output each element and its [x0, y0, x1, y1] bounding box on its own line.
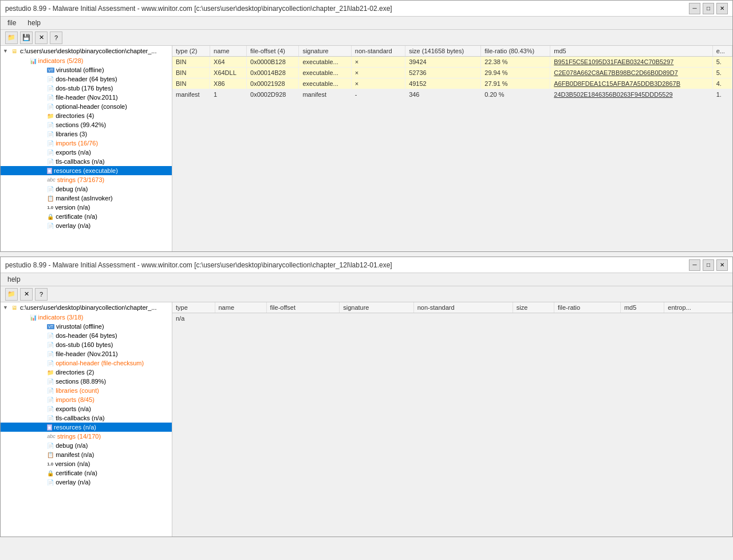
- close-button-top[interactable]: ✕: [716, 3, 728, 14]
- page-icon: 📄: [47, 131, 54, 137]
- page-icon: 📄: [47, 149, 54, 156]
- tree-item-virustotal[interactable]: VT virustotal (offline): [1, 322, 172, 331]
- tree-indent: [3, 121, 38, 128]
- toolbar-stop-icon-b[interactable]: ✕: [20, 288, 33, 301]
- tree-label-sections: sections (99.42%): [56, 121, 106, 128]
- tree-item-virustotal[interactable]: VT virustotal (offline): [1, 65, 172, 74]
- tree-label-dos-header: dos-header (64 bytes): [56, 76, 117, 82]
- tree-item-dos-header[interactable]: 📄 dos-header (64 bytes): [1, 331, 172, 340]
- tree-label-imports: imports (8/45): [56, 396, 94, 403]
- main-area-top: ▼ 🖥 c:\users\user\desktop\binarycollecti…: [1, 46, 732, 251]
- tree-item-manifest[interactable]: 📋 manifest (asInvoker): [1, 194, 172, 203]
- page-icon: 📄: [47, 443, 54, 449]
- minimize-button-bottom[interactable]: ─: [689, 259, 700, 271]
- tree-item-strings[interactable]: abc strings (73/1673): [1, 175, 172, 184]
- tree-item-certificate[interactable]: 🔒 certificate (n/a): [1, 212, 172, 221]
- tree-label-version: version (n/a): [55, 204, 90, 211]
- tree-item-version[interactable]: 1.0 version (n/a): [1, 459, 172, 468]
- table-header-top: type (2)namefile-offset (4)signaturenon-…: [172, 46, 732, 57]
- table-wrapper-bottom: typenamefile-offsetsignaturenon-standard…: [172, 302, 732, 537]
- table-cell: executable...: [299, 68, 351, 78]
- tree-item-dos-stub[interactable]: 📄 dos-stub (176 bytes): [1, 84, 172, 93]
- tree-item-dos-stub[interactable]: 📄 dos-stub (160 bytes): [1, 340, 172, 349]
- tree-item-overlay[interactable]: 📄 overlay (n/a): [1, 221, 172, 230]
- tree-item-debug[interactable]: 📄 debug (n/a): [1, 184, 172, 194]
- maximize-button-bottom[interactable]: □: [703, 259, 714, 271]
- tree-item-directories[interactable]: 📁 directories (2): [1, 368, 172, 377]
- minimize-button-top[interactable]: ─: [689, 3, 700, 14]
- tree-item-sections[interactable]: 📄 sections (99.42%): [1, 120, 172, 129]
- window-controls-top: ─ □ ✕: [689, 3, 728, 14]
- tree-indent: [3, 332, 38, 339]
- tree-item-debug[interactable]: 📄 debug (n/a): [1, 441, 172, 450]
- abc-icon: abc: [47, 433, 56, 439]
- tree-item-resources[interactable]: ■ resources (executable): [1, 166, 172, 175]
- col-header-signature: signature: [340, 302, 413, 313]
- toolbar-save-icon[interactable]: 💾: [20, 31, 33, 44]
- tree-indent: [3, 424, 38, 431]
- tree-item-imports[interactable]: 📄 imports (16/76): [1, 139, 172, 148]
- table-cell[interactable]: 24D3B502E1846356B0263F945DDD5529: [550, 89, 712, 100]
- tree-label-virustotal: virustotal (offline): [56, 66, 104, 73]
- tree-item-indicators[interactable]: 📊 indicators (5/28): [1, 56, 172, 65]
- tree-root-bottom[interactable]: ▼ 🖥 c:\users\user\desktop\binarycollecti…: [1, 302, 172, 313]
- table-cell: 49152: [405, 78, 481, 89]
- tree-indent: [3, 149, 38, 156]
- tree-label-libraries: libraries (count): [56, 387, 99, 394]
- table-cell: executable...: [299, 78, 351, 89]
- tree-indent: [3, 341, 38, 348]
- tree-item-exports[interactable]: 📄 exports (n/a): [1, 404, 172, 413]
- tree-item-optional-header[interactable]: 📄 optional-header (file-checksum): [1, 358, 172, 368]
- tree-label-indicators: indicators (5/28): [38, 57, 84, 64]
- page-icon: 📄: [47, 122, 54, 128]
- window-controls-bottom: ─ □ ✕: [689, 259, 728, 271]
- table-cell[interactable]: B951F5C5E1095D31FAEB0324C70B5297: [550, 57, 712, 68]
- window-top: pestudio 8.99 - Malware Initial Assessme…: [0, 0, 733, 252]
- tree-item-sections[interactable]: 📄 sections (88.89%): [1, 377, 172, 386]
- toolbar-help-icon[interactable]: ?: [50, 31, 62, 44]
- toolbar-folder-icon[interactable]: 📁: [5, 31, 18, 44]
- tree-item-libraries[interactable]: 📄 libraries (3): [1, 129, 172, 139]
- toolbar-top: 📁 💾 ✕ ?: [1, 30, 732, 46]
- col-header-size: size: [513, 302, 554, 313]
- tree-label-overlay: overlay (n/a): [56, 222, 90, 229]
- tree-label-certificate: certificate (n/a): [56, 470, 97, 476]
- close-button-bottom[interactable]: ✕: [716, 259, 728, 271]
- table-cell[interactable]: A6FB0D8FDEA1C15AFBA7A5DDB3D2867B: [550, 78, 712, 89]
- tree-root-top[interactable]: ▼ 🖥 c:\users\user\desktop\binarycollecti…: [1, 46, 172, 56]
- maximize-button-top[interactable]: □: [703, 3, 714, 14]
- menu-help-bottom[interactable]: help: [5, 274, 23, 285]
- toolbar-folder-icon-b[interactable]: 📁: [5, 288, 18, 301]
- tree-indent: [3, 85, 38, 92]
- tree-label-exports: exports (n/a): [56, 405, 91, 412]
- tree-item-directories[interactable]: 📁 directories (4): [1, 111, 172, 120]
- expand-icon: ▼: [3, 48, 9, 54]
- tree-item-tls-callbacks[interactable]: 📄 tls-callbacks (n/a): [1, 157, 172, 166]
- col-header-name: name: [210, 46, 247, 57]
- tree-indent: [3, 369, 38, 376]
- tree-item-version[interactable]: 1.0 version (n/a): [1, 203, 172, 212]
- tree-item-dos-header[interactable]: 📄 dos-header (64 bytes): [1, 74, 172, 84]
- tree-item-libraries[interactable]: 📄 libraries (count): [1, 386, 172, 395]
- menu-help-top[interactable]: help: [25, 18, 43, 28]
- tree-item-exports[interactable]: 📄 exports (n/a): [1, 148, 172, 157]
- menu-file[interactable]: file: [5, 18, 18, 28]
- tree-item-optional-header[interactable]: 📄 optional-header (console): [1, 102, 172, 111]
- table-header-bottom: typenamefile-offsetsignaturenon-standard…: [172, 302, 732, 313]
- tree-item-indicators[interactable]: 📊 indicators (3/18): [1, 313, 172, 322]
- tree-item-file-header[interactable]: 📄 file-header (Nov.2011): [1, 93, 172, 102]
- tree-item-resources[interactable]: ■ resources (n/a): [1, 423, 172, 432]
- tree-item-imports[interactable]: 📄 imports (8/45): [1, 395, 172, 404]
- table-cell[interactable]: C2E078A662C8AE7BB98BC2D66B0D89D7: [550, 68, 712, 78]
- tree-item-strings[interactable]: abc strings (14/170): [1, 432, 172, 441]
- tree-label-directories: directories (2): [56, 369, 94, 376]
- table-cell: ×: [351, 78, 405, 89]
- tree-item-overlay[interactable]: 📄 overlay (n/a): [1, 478, 172, 487]
- tree-item-tls-callbacks[interactable]: 📄 tls-callbacks (n/a): [1, 413, 172, 423]
- tree-item-certificate[interactable]: 🔒 certificate (n/a): [1, 468, 172, 478]
- toolbar-stop-icon[interactable]: ✕: [35, 31, 48, 44]
- tree-item-manifest[interactable]: 📋 manifest (n/a): [1, 450, 172, 459]
- tree-item-file-header[interactable]: 📄 file-header (Nov.2011): [1, 349, 172, 358]
- toolbar-help-icon-b[interactable]: ?: [35, 288, 48, 301]
- tree-label-optional-header: optional-header (console): [56, 103, 127, 110]
